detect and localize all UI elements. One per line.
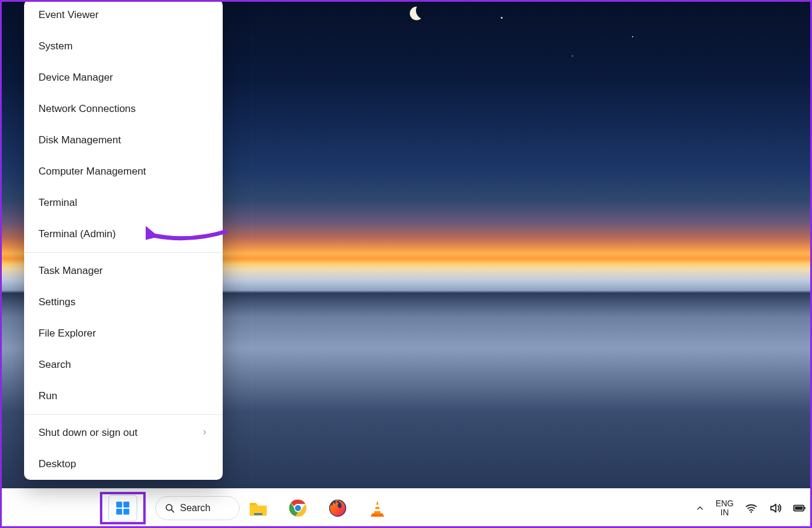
menu-item-label: Terminal (39, 197, 77, 209)
menu-item-label: Event Viewer (39, 9, 99, 21)
menu-item-device-manager[interactable]: Device Manager (24, 62, 223, 93)
menu-item-label: File Explorer (39, 328, 96, 340)
menu-item-computer-management[interactable]: Computer Management (24, 156, 223, 187)
search-icon (164, 503, 175, 514)
volume-icon[interactable] (769, 502, 782, 515)
taskbar: Search (0, 488, 812, 528)
svg-point-9 (295, 505, 301, 511)
svg-point-13 (751, 511, 752, 513)
search-label: Search (180, 503, 211, 514)
taskbar-pins (248, 488, 388, 528)
menu-separator (24, 414, 223, 415)
menu-item-label: Search (39, 359, 71, 371)
menu-item-label: Shut down or sign out (39, 427, 137, 439)
menu-item-label: Terminal (Admin) (39, 228, 116, 240)
menu-item-label: Computer Management (39, 166, 146, 178)
firefox-icon[interactable] (327, 498, 348, 518)
wifi-icon[interactable] (745, 502, 758, 515)
tray-overflow-button[interactable] (695, 503, 705, 513)
menu-item-label: Settings (39, 296, 75, 308)
svg-rect-6 (254, 514, 262, 515)
menu-item-label: Task Manager (39, 265, 103, 277)
menu-item-task-manager[interactable]: Task Manager (24, 255, 223, 287)
file-explorer-icon[interactable] (248, 498, 268, 518)
svg-rect-0 (116, 502, 122, 508)
menu-item-label: Disk Management (39, 134, 121, 146)
menu-item-desktop[interactable]: Desktop (24, 449, 223, 480)
svg-rect-1 (123, 502, 129, 508)
menu-item-terminal[interactable]: Terminal (24, 187, 223, 219)
menu-item-file-explorer[interactable]: File Explorer (24, 318, 223, 349)
svg-line-5 (172, 510, 174, 512)
menu-item-network-connections[interactable]: Network Connections (24, 93, 223, 125)
menu-item-label: Network Connections (39, 103, 136, 115)
menu-item-settings[interactable]: Settings (24, 287, 223, 318)
start-button-highlight (100, 492, 146, 524)
language-bottom: IN (716, 508, 734, 517)
svg-rect-11 (375, 505, 380, 507)
menu-item-shutdown[interactable]: Shut down or sign out (24, 417, 223, 449)
moon-icon (403, 4, 424, 24)
menu-item-run[interactable]: Run (24, 380, 223, 412)
menu-item-search[interactable]: Search (24, 349, 223, 380)
language-top: ENG (716, 499, 734, 508)
chrome-icon[interactable] (288, 498, 308, 518)
battery-icon[interactable] (793, 502, 806, 515)
highlight-arrow-icon (146, 225, 230, 243)
search-button[interactable]: Search (155, 496, 240, 520)
start-button[interactable] (108, 495, 137, 521)
menu-item-disk-management[interactable]: Disk Management (24, 125, 223, 156)
menu-item-label: Run (39, 390, 57, 402)
svg-rect-12 (374, 509, 381, 511)
menu-item-system[interactable]: System (24, 31, 223, 62)
system-tray: ENG IN (695, 488, 806, 528)
chevron-right-icon (201, 427, 208, 439)
menu-separator (24, 252, 223, 253)
svg-rect-3 (123, 509, 129, 515)
svg-rect-16 (804, 507, 805, 509)
svg-rect-2 (116, 509, 122, 515)
menu-item-label: Device Manager (39, 72, 113, 84)
menu-item-label: System (39, 40, 73, 52)
menu-item-event-viewer[interactable]: Event Viewer (24, 0, 223, 31)
windows-logo-icon (115, 500, 131, 516)
language-indicator[interactable]: ENG IN (716, 499, 734, 518)
vlc-icon[interactable] (367, 498, 388, 518)
menu-item-label: Desktop (39, 458, 76, 470)
svg-rect-15 (795, 506, 803, 510)
